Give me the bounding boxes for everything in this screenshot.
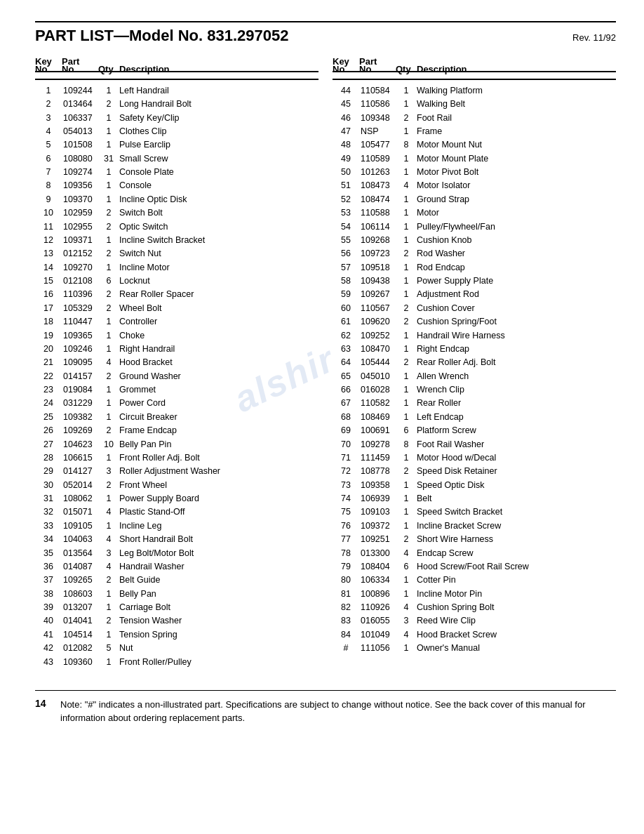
table-row: 29 014127 3 Roller Adjustment Washer — [35, 465, 318, 478]
desc-cell: Belt Guide — [119, 574, 318, 587]
desc-cell: Tension Spring — [119, 628, 318, 642]
qty-cell: 1 — [98, 656, 119, 669]
qty-cell: 1 — [396, 166, 417, 179]
part-cell: 019084 — [62, 383, 98, 397]
qty-cell: 2 — [396, 356, 417, 369]
desc-cell: Ground Strap — [417, 193, 616, 206]
desc-cell: Allen Wrench — [417, 370, 616, 383]
table-row: 19 109365 1 Choke — [35, 329, 318, 343]
table-row: 79 108404 6 Hood Screw/Foot Rail Screw — [333, 560, 616, 574]
part-cell: 109371 — [62, 234, 98, 247]
key-cell: 10 — [35, 206, 62, 220]
qty-cell: 1 — [98, 179, 119, 192]
qty-cell: 1 — [396, 397, 417, 410]
part-cell: 109251 — [359, 533, 396, 546]
table-row: 16 110396 2 Rear Roller Spacer — [35, 288, 318, 301]
table-row: 74 106939 1 Belt — [333, 492, 616, 505]
key-cell: 18 — [35, 315, 62, 329]
desc-cell: Plastic Stand-Off — [119, 505, 318, 519]
desc-cell: Motor Hood w/Decal — [417, 451, 616, 465]
key-cell: 82 — [333, 601, 359, 614]
table-row: 43 109360 1 Front Roller/Pulley — [35, 656, 318, 669]
part-no-header-r: No. — [359, 64, 396, 76]
qty-cell: 1 — [98, 601, 119, 614]
qty-cell: 1 — [396, 261, 417, 274]
table-row: 26 109269 2 Frame Endcap — [35, 424, 318, 437]
desc-cell: Adjustment Rod — [417, 288, 616, 301]
key-cell: 31 — [35, 492, 62, 505]
desc-cell: Nut — [119, 642, 318, 655]
desc-cell: Front Wheel — [119, 479, 318, 492]
desc-cell: Left Handrail — [119, 84, 318, 98]
part-cell: 109438 — [359, 274, 396, 288]
qty-cell: 1 — [396, 98, 417, 111]
part-cell: 108062 — [62, 492, 98, 505]
qty-cell: 1 — [396, 329, 417, 343]
part-cell: 109095 — [62, 356, 98, 369]
page-title: PART LIST—Model No. 831.297052 — [35, 27, 288, 45]
key-cell: 38 — [35, 588, 62, 601]
desc-label-header: Description — [119, 64, 318, 76]
part-cell: 109246 — [62, 343, 98, 356]
key-cell: 63 — [333, 343, 359, 356]
table-row: 25 109382 1 Circuit Breaker — [35, 411, 318, 424]
table-row: 24 031229 1 Power Cord — [35, 397, 318, 410]
part-cell: 052014 — [62, 479, 98, 492]
qty-cell: 8 — [396, 138, 417, 152]
key-cell: 40 — [35, 614, 62, 628]
desc-cell: Power Supply Board — [119, 492, 318, 505]
part-cell: 100896 — [359, 588, 396, 601]
desc-cell: Incline Motor Pin — [417, 588, 616, 601]
part-cell: 101263 — [359, 166, 396, 179]
left-col-header2: No. No. Qty. Description — [35, 64, 318, 80]
desc-cell: Front Roller/Pulley — [119, 656, 318, 669]
desc-cell: Short Wire Harness — [417, 533, 616, 546]
part-cell: 108080 — [62, 152, 98, 166]
qty-cell: 1 — [98, 628, 119, 642]
qty-cell: 1 — [396, 574, 417, 587]
part-cell: 108603 — [62, 588, 98, 601]
table-row: 20 109246 1 Right Handrail — [35, 343, 318, 356]
desc-cell: Reed Wire Clip — [417, 614, 616, 628]
key-cell: 49 — [333, 152, 359, 166]
key-cell: 45 — [333, 98, 359, 111]
qty-cell: 4 — [98, 560, 119, 574]
key-cell: 48 — [333, 138, 359, 152]
desc-cell: Belly Pan — [119, 588, 318, 601]
table-row: 83 016055 3 Reed Wire Clip — [333, 614, 616, 628]
table-row: 66 016028 1 Wrench Clip — [333, 383, 616, 397]
part-cell: 109356 — [62, 179, 98, 192]
desc-cell: Motor Isolator — [417, 179, 616, 192]
part-cell: 110588 — [359, 206, 396, 220]
qty-cell: 2 — [396, 465, 417, 478]
desc-cell: Motor Pivot Bolt — [417, 166, 616, 179]
desc-cell: Switch Nut — [119, 247, 318, 260]
part-cell: 014087 — [62, 560, 98, 574]
qty-cell: 2 — [98, 288, 119, 301]
qty-cell: 1 — [98, 84, 119, 98]
part-cell: 109358 — [359, 479, 396, 492]
key-cell: 7 — [35, 166, 62, 179]
key-cell: 25 — [35, 411, 62, 424]
desc-cell: Cushion Spring/Foot — [417, 315, 616, 329]
desc-cell: Leg Bolt/Motor Bolt — [119, 547, 318, 560]
part-cell: 105329 — [62, 302, 98, 315]
table-row: 65 045010 1 Allen Wrench — [333, 370, 616, 383]
key-cell: 70 — [333, 438, 359, 451]
table-row: 31 108062 1 Power Supply Board — [35, 492, 318, 505]
key-cell: 15 — [35, 274, 62, 288]
key-cell: 28 — [35, 451, 62, 465]
desc-cell: Incline Switch Bracket — [119, 234, 318, 247]
key-cell: 12 — [35, 234, 62, 247]
part-cell: 110582 — [359, 397, 396, 410]
table-row: 3 106337 1 Safety Key/Clip — [35, 112, 318, 125]
desc-cell: Short Handrail Bolt — [119, 533, 318, 546]
part-cell: 016055 — [359, 614, 396, 628]
part-cell: 110926 — [359, 601, 396, 614]
table-row: 56 109723 2 Rod Washer — [333, 247, 616, 260]
desc-cell: Safety Key/Clip — [119, 112, 318, 125]
part-cell: 105444 — [359, 356, 396, 369]
left-column: Key Part No. No. Qty. Description 1 1092… — [35, 56, 318, 669]
key-cell: 78 — [333, 547, 359, 560]
part-cell: 102955 — [62, 220, 98, 234]
